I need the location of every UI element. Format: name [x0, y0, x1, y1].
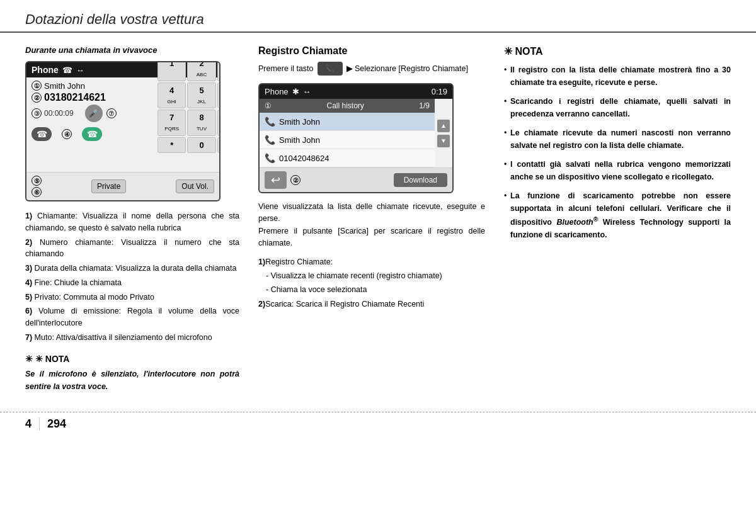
main-content: Durante una chiamata in vivavoce Phone ☎…: [0, 45, 756, 393]
bottom-nums: ⑤ ⑥: [32, 176, 42, 197]
scroll-up-button[interactable]: ▲: [437, 120, 450, 132]
accept-call-btn[interactable]: ☎: [82, 127, 102, 141]
left-section-title: Durante una chiamata in vivavoce: [25, 45, 239, 55]
call-list-area: ① Call history 1/9 📞 Smith John 📞: [260, 99, 435, 167]
call-name-1: Smith John: [279, 117, 320, 127]
page-title: Dotazioni della vostra vettura: [25, 11, 731, 28]
bullet-item-4: I contatti già salvati nella rubrica ven…: [504, 158, 731, 183]
footer-chapter: 4: [25, 417, 40, 431]
footer-page: 294: [47, 417, 66, 431]
caller-name-row: ① Smith John: [32, 81, 117, 91]
key-star[interactable]: *: [158, 137, 186, 154]
circle-2: ②: [32, 93, 42, 103]
left-column: Durante una chiamata in vivavoce Phone ☎…: [25, 45, 239, 393]
page-indicator: 1/9: [419, 101, 430, 110]
caller-name: Smith John: [44, 81, 85, 91]
keypad-area: 1 2ABC 3DEF 4GHI 5JKL 6MNO 7PQRS 8TUV 9W…: [120, 81, 214, 153]
nota-left: ✳ ✳ NOTA Se il microfono è silenziato, l…: [25, 354, 239, 393]
key-0[interactable]: 0: [187, 137, 215, 154]
call-item-3[interactable]: 📞 01042048624: [260, 149, 435, 167]
list-item-4: 4) Fine: Chiude la chiamata: [25, 277, 239, 289]
phone-bt-icon: ✱: [292, 87, 299, 96]
phone-arrow-2: ↔: [303, 87, 311, 96]
list-item-3: 3) Durata della chiamata: Visualizza la …: [25, 263, 239, 274]
call-icon-2: 📞: [265, 135, 275, 145]
key-1[interactable]: 1: [158, 61, 186, 81]
bullet-item-1: Il registro con la lista delle chiamate …: [504, 64, 731, 89]
mute-button[interactable]: 🎤: [85, 105, 103, 122]
phone-body-2: ① Call history 1/9 📞 Smith John 📞: [260, 99, 452, 167]
phone-icon-1: ☎: [62, 65, 72, 75]
phone-arrow-1: ↔: [76, 65, 84, 75]
call-name-3: 01042048624: [279, 154, 329, 163]
call-duration-row: ③ 00:00:09 🎤 ⑦: [32, 105, 117, 122]
phone-left-area: ① Smith John ② 03180214621 ③ 00:00:09 🎤: [32, 81, 117, 153]
registro-item-1: 1)Registro Chiamate:: [258, 256, 485, 268]
key-3[interactable]: 3DEF: [217, 61, 220, 81]
bullet-item-5: La funzione di scaricamento potrebbe non…: [504, 190, 731, 241]
circle-6: ⑥: [32, 187, 42, 197]
nota-star-right: ✳: [504, 46, 515, 57]
back-button[interactable]: ↩: [265, 171, 287, 189]
circle-1-mid: ①: [265, 101, 272, 110]
scroll-buttons: ▲ ▼: [435, 99, 452, 167]
scroll-down-button[interactable]: ▼: [437, 135, 450, 147]
circle-7-label: ⑦: [106, 108, 117, 118]
call-icon-3: 📞: [265, 153, 275, 163]
nota-right-title: ✳ NOTA: [504, 45, 731, 57]
instruction-2: Premere il pulsante [Scarica] per scaric…: [258, 225, 485, 250]
call-item-2[interactable]: 📞 Smith John: [260, 131, 435, 149]
key-4[interactable]: 4GHI: [158, 82, 186, 108]
nota-title-text-right: NOTA: [515, 46, 542, 57]
call-history-label: Call history: [326, 101, 364, 110]
phone-grid-area: ① Smith John ② 03180214621 ③ 00:00:09 🎤: [32, 81, 214, 153]
phone-header-2: Phone ✱ ↔ 0:19: [260, 84, 452, 99]
call-history-area: ① Call history 1/9 📞 Smith John 📞: [260, 99, 452, 167]
call-icon-1: 📞: [265, 116, 275, 127]
registro-sub-1: - Visualizza le chiamate recenti (regist…: [258, 270, 485, 282]
download-button[interactable]: Download: [394, 173, 447, 187]
bullet-item-2: Scaricando i registri delle chiamate, qu…: [504, 95, 731, 120]
nota-left-text: Se il microfono è silenziato, l'interloc…: [25, 368, 239, 393]
phone-time-2: 0:19: [432, 87, 447, 96]
private-button[interactable]: Private: [91, 179, 126, 193]
call-key-icon: 📞: [318, 62, 343, 76]
key-2[interactable]: 2ABC: [187, 61, 215, 81]
nota-left-title: ✳ ✳ NOTA: [25, 354, 239, 364]
circle-4: ④: [62, 129, 72, 139]
list-item-7: 7) Muto: Attiva/disattiva il silenziamen…: [25, 332, 239, 344]
circle-1: ①: [32, 81, 42, 91]
registro-desc: Premere il tasto 📞 ▶ Selezionare [Regist…: [258, 62, 485, 76]
circle-7: 🎤: [85, 105, 103, 122]
registro-instructions: Viene visualizzata la lista delle chiama…: [258, 201, 485, 250]
page-footer: 4 294: [0, 412, 756, 436]
caller-number: 03180214621: [44, 92, 106, 103]
bullet-list: Il registro con la lista delle chiamate …: [504, 64, 731, 241]
key-7[interactable]: 7PQRS: [158, 110, 186, 135]
key-8[interactable]: 8TUV: [187, 110, 215, 135]
end-call-btn[interactable]: ☎: [32, 127, 52, 141]
right-column: ✳ NOTA Il registro con la lista delle ch…: [504, 45, 731, 393]
key-6[interactable]: 6MNO: [217, 82, 220, 108]
circle-3: ③: [32, 108, 42, 118]
registro-sub-2: - Chiama la voce selezionata: [258, 284, 485, 296]
registro-item-2: 2)Scarica: Scarica il Registro Chiamate …: [258, 298, 485, 310]
call-item-1[interactable]: 📞 Smith John: [260, 113, 435, 131]
footer-left: ↩ ②: [265, 171, 301, 189]
call-history-header: ① Call history 1/9: [260, 99, 435, 113]
key-5[interactable]: 5JKL: [187, 82, 215, 108]
list-item-1: 1) Chiamante: Visualizza il nome della p…: [25, 210, 239, 234]
outvol-button[interactable]: Out Vol.: [176, 179, 214, 193]
key-9[interactable]: 9WXYZ: [217, 110, 220, 135]
circle-5: ⑤: [32, 176, 42, 186]
phone-mockup-2: Phone ✱ ↔ 0:19 ① Call history 1/9: [258, 83, 454, 193]
call-actions: ☎ ④ ☎: [32, 127, 117, 141]
key-hash[interactable]: #: [217, 137, 220, 154]
instruction-1: Viene visualizzata la lista delle chiama…: [258, 201, 485, 225]
phone-body-1: ① Smith John ② 03180214621 ③ 00:00:09 🎤: [26, 77, 219, 172]
mid-column: Registro Chiamate Premere il tasto 📞 ▶ S…: [258, 45, 485, 393]
caller-number-row: ② 03180214621: [32, 92, 117, 103]
circle-2-mid: ②: [290, 175, 301, 185]
registro-title: Registro Chiamate: [258, 45, 485, 57]
numbered-list: 1) Chiamante: Visualizza il nome della p…: [25, 210, 239, 344]
